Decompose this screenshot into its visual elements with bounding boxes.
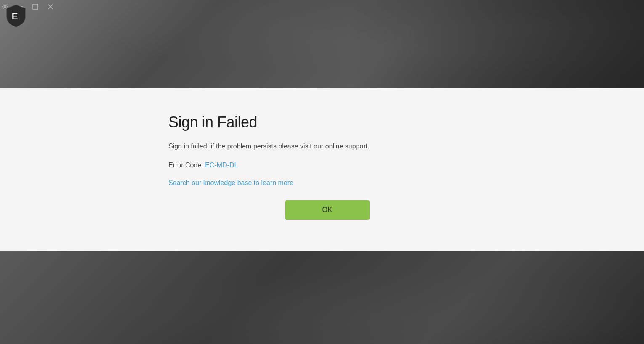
- dialog-content: Sign in Failed Sign in failed, if the pr…: [168, 114, 370, 220]
- title-bar: E: [0, 0, 644, 13]
- maximize-icon: [32, 3, 39, 10]
- maximize-button[interactable]: [30, 2, 40, 12]
- svg-text:E: E: [12, 11, 18, 21]
- knowledge-base-link[interactable]: Search our knowledge base to learn more: [168, 179, 370, 187]
- error-code-label: Error Code:: [168, 161, 203, 169]
- error-code-link[interactable]: EC-MD-DL: [205, 161, 238, 169]
- background-bottom: [0, 251, 644, 344]
- svg-rect-3: [33, 4, 38, 9]
- dialog-message: Sign in failed, if the problem persists …: [168, 141, 370, 151]
- close-icon: [47, 3, 54, 10]
- epic-games-logo: E: [3, 3, 29, 29]
- close-button[interactable]: [45, 2, 56, 12]
- ok-button[interactable]: OK: [285, 200, 370, 220]
- dialog-title: Sign in Failed: [168, 114, 370, 131]
- error-code-line: Error Code: EC-MD-DL: [168, 161, 370, 169]
- app-window: E: [0, 0, 644, 344]
- dialog-area: Sign in Failed Sign in failed, if the pr…: [0, 88, 644, 251]
